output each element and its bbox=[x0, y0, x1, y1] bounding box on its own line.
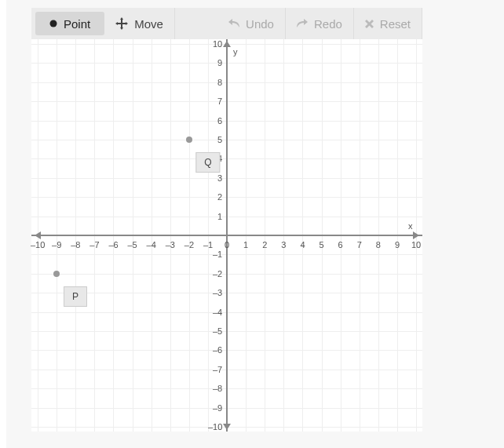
point-q[interactable] bbox=[186, 137, 192, 143]
redo-icon bbox=[297, 19, 308, 28]
x-tick-label: 4 bbox=[300, 240, 305, 249]
y-tick-label: –3 bbox=[213, 288, 222, 297]
undo-label: Undo bbox=[246, 17, 274, 31]
y-tick-label: –10 bbox=[208, 422, 222, 432]
x-tick-label: –7 bbox=[89, 240, 99, 249]
close-icon bbox=[365, 20, 374, 28]
y-tick-label: 1 bbox=[217, 212, 222, 221]
y-tick-label: –5 bbox=[213, 326, 222, 336]
reset-button[interactable]: Reset bbox=[354, 8, 422, 39]
y-tick-label: 10 bbox=[213, 39, 222, 49]
y-axis-arrow-up bbox=[223, 41, 231, 47]
point-tool-button[interactable]: Point bbox=[35, 12, 104, 35]
y-tick-label: –7 bbox=[213, 365, 222, 374]
y-tick-label: 8 bbox=[217, 78, 222, 87]
x-axis bbox=[31, 235, 422, 236]
point-icon bbox=[49, 20, 57, 27]
y-tick-label: –9 bbox=[213, 403, 222, 413]
y-tick-label: –4 bbox=[213, 308, 222, 317]
x-tick-label: 0 bbox=[225, 240, 229, 249]
y-axis-arrow-down bbox=[223, 424, 231, 430]
move-tool-button[interactable]: Move bbox=[104, 8, 175, 39]
x-tick-label: –4 bbox=[147, 240, 156, 249]
x-axis-arrow-left bbox=[35, 231, 41, 239]
x-tick-label: 10 bbox=[411, 240, 421, 249]
svg-point-0 bbox=[50, 20, 57, 27]
undo-button[interactable]: Undo bbox=[217, 8, 286, 39]
y-axis-label: y bbox=[233, 47, 238, 56]
x-tick-label: 9 bbox=[395, 240, 400, 249]
x-tick-label: –3 bbox=[166, 240, 175, 249]
redo-button[interactable]: Redo bbox=[286, 8, 354, 39]
y-tick-label: –8 bbox=[213, 384, 222, 393]
y-tick-label: 6 bbox=[217, 116, 222, 126]
x-tick-label: 2 bbox=[262, 240, 267, 249]
move-tool-label: Move bbox=[134, 17, 163, 31]
y-tick-label: –6 bbox=[213, 345, 222, 355]
reset-label: Reset bbox=[380, 17, 411, 31]
y-tick-label: 3 bbox=[217, 173, 222, 183]
x-tick-label: 5 bbox=[320, 240, 324, 249]
x-tick-label: 7 bbox=[357, 240, 362, 249]
x-tick-label: –9 bbox=[52, 240, 61, 249]
y-tick-label: 7 bbox=[217, 97, 222, 106]
x-axis-arrow-right bbox=[413, 231, 419, 239]
y-tick-label: 2 bbox=[217, 192, 222, 202]
y-tick-label: –1 bbox=[213, 249, 222, 259]
move-icon bbox=[115, 17, 128, 30]
redo-label: Redo bbox=[314, 17, 342, 31]
x-tick-label: 3 bbox=[281, 240, 286, 249]
x-tick-label: –2 bbox=[184, 240, 194, 249]
x-tick-label: –5 bbox=[128, 240, 137, 249]
point-tool-label: Point bbox=[64, 17, 90, 31]
x-tick-label: 6 bbox=[338, 240, 343, 249]
x-tick-label: –10 bbox=[31, 240, 45, 249]
x-axis-label: x bbox=[408, 221, 413, 231]
coordinate-grid[interactable]: –10–9–8–7–6–5–4–3–2–1012345678910–10–9–8… bbox=[31, 39, 422, 432]
x-tick-label: 1 bbox=[243, 240, 248, 249]
point-p[interactable] bbox=[53, 271, 60, 277]
y-tick-label: 5 bbox=[217, 135, 222, 144]
undo-icon bbox=[228, 19, 239, 28]
x-tick-label: –8 bbox=[71, 240, 80, 249]
x-tick-label: 8 bbox=[376, 240, 381, 249]
y-tick-label: –2 bbox=[213, 269, 222, 279]
x-tick-label: –6 bbox=[108, 240, 118, 249]
y-tick-label: 9 bbox=[217, 58, 222, 67]
point-label-q[interactable]: Q bbox=[195, 152, 220, 173]
toolbar: Point Move Undo Redo bbox=[31, 8, 422, 39]
x-tick-label: –1 bbox=[203, 240, 213, 249]
point-label-p[interactable]: P bbox=[64, 286, 87, 307]
